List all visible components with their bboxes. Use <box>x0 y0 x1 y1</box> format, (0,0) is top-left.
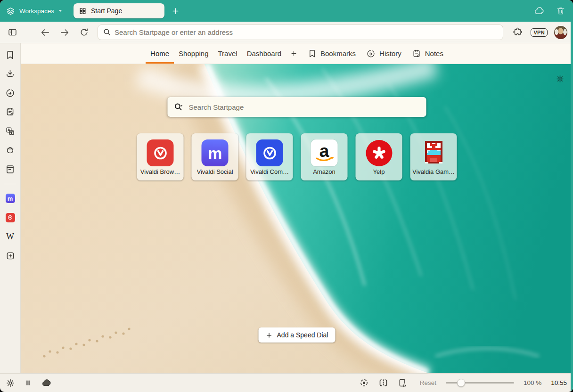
sidebar-item-bookmarks[interactable] <box>5 49 16 60</box>
search-engine-icon[interactable] <box>174 102 184 112</box>
notes-button[interactable]: Notes <box>407 49 448 58</box>
main-row: m W Home Shopping Travel Dashboard <box>0 43 573 373</box>
sidebar-item-notes[interactable] <box>5 106 16 118</box>
address-bar[interactable] <box>98 24 503 40</box>
page-actions-icon[interactable] <box>398 378 408 388</box>
tab-shopping[interactable]: Shopping <box>174 43 213 64</box>
status-bar: Reset 100 % 10:55 <box>0 373 573 392</box>
wikipedia-icon: W <box>6 232 14 241</box>
pause-animations-icon[interactable] <box>24 379 32 387</box>
sidebar-item-sessions[interactable] <box>5 145 16 156</box>
panel-toggle-button[interactable] <box>6 26 19 39</box>
back-button[interactable] <box>39 26 52 39</box>
zoom-level-value: 100 % <box>524 379 541 386</box>
address-toolbar: VPN <box>0 22 573 43</box>
notes-label: Notes <box>425 49 443 57</box>
sidebar-webpanel-wikipedia[interactable]: W <box>5 231 16 242</box>
zoom-reset-button[interactable]: Reset <box>420 379 436 386</box>
history-button[interactable]: History <box>361 49 406 58</box>
mastodon-icon: m <box>6 194 15 203</box>
mastodon-tile-icon: m <box>202 139 229 166</box>
sidebar-webpanel-vivaldi[interactable] <box>5 212 16 223</box>
browser-window: Workspaces Start Page <box>0 0 573 392</box>
notes-icon <box>412 49 421 58</box>
sidebar-add-web-panel-button[interactable] <box>5 250 16 261</box>
sync-cloud-icon[interactable] <box>533 5 545 16</box>
tiling-icon[interactable] <box>378 378 388 388</box>
add-speed-dial-label: Add a Speed Dial <box>277 331 328 339</box>
workspaces-label[interactable]: Workspaces <box>19 8 54 15</box>
sidebar-item-reading-list[interactable] <box>5 163 16 175</box>
sync-status-cloud-icon[interactable] <box>41 377 52 388</box>
vivaldia-pixel-icon <box>420 139 447 166</box>
page-column: Home Shopping Travel Dashboard Bookmarks… <box>21 43 573 373</box>
search-icon <box>103 28 111 36</box>
amazon-icon: a <box>311 139 338 166</box>
sidebar-item-downloads[interactable] <box>5 68 16 80</box>
tab-home[interactable]: Home <box>146 43 174 64</box>
window-accent-edge <box>571 0 573 392</box>
tab-dashboard[interactable]: Dashboard <box>242 43 286 64</box>
speed-dial-vivaldi-browser[interactable]: Vivaldi Brow… <box>137 133 184 180</box>
zoom-slider-track[interactable] <box>446 382 514 384</box>
add-speed-dial-button[interactable]: Add a Speed Dial <box>259 327 336 343</box>
speed-dial-vivaldia-game[interactable]: Vivaldia Gam… <box>410 133 457 180</box>
clock: 10:55 <box>551 379 567 386</box>
start-page-navigation: Home Shopping Travel Dashboard Bookmarks… <box>21 43 573 64</box>
workspaces-layers-icon[interactable] <box>6 7 15 16</box>
speed-dial-vivaldi-community[interactable]: Vivaldi Com… <box>246 133 293 180</box>
new-tab-button[interactable] <box>171 7 180 16</box>
forward-button[interactable] <box>58 26 71 39</box>
vpn-badge[interactable]: VPN <box>531 28 548 37</box>
extensions-puzzle-icon[interactable] <box>511 26 524 39</box>
startpage-search-box[interactable] <box>168 97 426 117</box>
start-page-settings-gear-icon[interactable] <box>556 74 565 83</box>
trash-icon[interactable] <box>556 6 565 16</box>
sidebar-item-translate[interactable] <box>5 125 16 137</box>
startpage-search-input[interactable] <box>189 103 420 111</box>
speed-dial-vivaldi-social[interactable]: m Vivaldi Social <box>192 133 238 180</box>
tab-travel[interactable]: Travel <box>213 43 242 64</box>
capture-page-icon[interactable] <box>359 378 369 388</box>
speed-dial-yelp[interactable]: Yelp <box>356 133 402 180</box>
history-icon <box>366 49 376 58</box>
title-tab-bar: Workspaces Start Page <box>0 0 573 22</box>
profile-avatar[interactable] <box>554 26 567 39</box>
sidebar-item-history[interactable] <box>5 87 16 98</box>
zoom-slider-knob[interactable] <box>457 379 465 387</box>
tab-start-page[interactable]: Start Page <box>74 3 164 18</box>
speed-dial-grid-icon <box>79 7 87 15</box>
sidebar-divider <box>4 184 16 184</box>
bookmark-icon <box>308 49 317 58</box>
speed-dial-grid: Vivaldi Brow… m Vivaldi Social Vivaldi C… <box>137 133 457 180</box>
address-input[interactable] <box>98 24 503 40</box>
panel-rail: m W <box>0 43 21 373</box>
reload-button[interactable] <box>77 26 90 39</box>
tab-title: Start Page <box>91 7 122 15</box>
start-page-content: Vivaldi Brow… m Vivaldi Social Vivaldi C… <box>21 64 573 373</box>
yelp-icon <box>366 140 392 166</box>
zoom-slider[interactable] <box>446 379 514 387</box>
plus-icon <box>266 332 273 339</box>
settings-gear-icon[interactable] <box>6 378 15 388</box>
add-group-button[interactable] <box>290 50 297 57</box>
history-label: History <box>379 49 401 57</box>
vivaldi-red-icon <box>147 139 174 166</box>
chevron-down-icon[interactable] <box>57 8 64 14</box>
bookmarks-label: Bookmarks <box>320 49 356 57</box>
bookmarks-button[interactable]: Bookmarks <box>303 49 360 58</box>
sidebar-webpanel-mastodon[interactable]: m <box>5 193 16 204</box>
vivaldi-blue-icon <box>256 139 283 166</box>
vivaldi-icon <box>6 213 15 222</box>
speed-dial-amazon[interactable]: a Amazon <box>301 133 348 180</box>
